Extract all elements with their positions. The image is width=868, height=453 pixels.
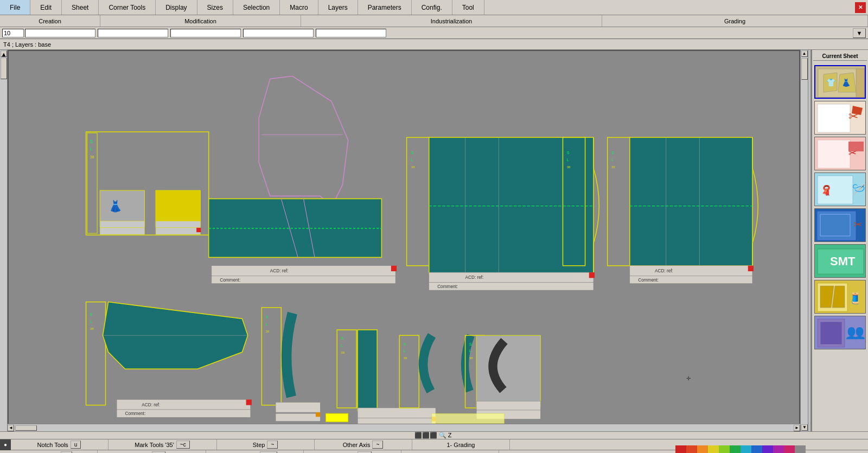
- svg-text:38: 38: [266, 329, 270, 333]
- sheet-thumb-2[interactable]: ✂: [814, 101, 866, 135]
- menu-layers[interactable]: Layers: [318, 0, 358, 15]
- svg-text:S: S: [341, 336, 343, 341]
- step-btn[interactable]: ~: [267, 441, 278, 449]
- svg-rect-37: [589, 272, 595, 278]
- svg-text:38: 38: [90, 327, 94, 330]
- svg-rect-60: [246, 399, 252, 405]
- svg-rect-67: [276, 403, 320, 413]
- sheet-thumb-3[interactable]: ✂: [814, 137, 866, 170]
- step-section: Step ~: [217, 439, 315, 450]
- grading-section: Grading: [602, 15, 868, 27]
- sheet-thumb-5[interactable]: ✂: [814, 208, 866, 242]
- menu-parameters[interactable]: Parameters: [358, 0, 412, 15]
- user-arrangement-section: User Arrangement: [401, 450, 499, 453]
- scroll-up-right[interactable]: ▲: [801, 50, 808, 57]
- close-icon[interactable]: ✕: [855, 2, 866, 13]
- sheet-thumb-1[interactable]: 👕 👗: [814, 65, 866, 99]
- svg-rect-89: [432, 413, 505, 424]
- canvas-area[interactable]: ▲ S L 38 👗: [0, 50, 808, 431]
- mark-tools-btn[interactable]: ~c: [176, 441, 190, 449]
- menu-macro[interactable]: Macro: [280, 0, 318, 15]
- left-scrollbar[interactable]: ▲: [0, 50, 8, 431]
- tool-field-5[interactable]: [316, 29, 386, 37]
- svg-text:38: 38: [567, 165, 571, 169]
- svg-rect-58: [117, 399, 251, 410]
- sheet-thumb-4[interactable]: 🪡 🧣: [814, 173, 866, 206]
- sheet-thumb-6[interactable]: SMT: [814, 244, 866, 278]
- svg-rect-40: [608, 137, 630, 265]
- svg-text:👗: 👗: [841, 78, 851, 87]
- svg-text:ACD:   ref:: ACD: ref:: [270, 269, 289, 273]
- svg-rect-7: [100, 221, 144, 228]
- menu-sheet[interactable]: Sheet: [62, 0, 99, 15]
- svg-rect-48: [630, 266, 752, 276]
- scroll-up-button[interactable]: ▲: [1, 50, 7, 57]
- svg-rect-70: [337, 330, 356, 408]
- pattern-svg: S L 38 👗: [9, 51, 799, 430]
- tool-field-1[interactable]: [25, 29, 95, 37]
- mark-tools-section: Mark Tools '35' ~c: [108, 439, 217, 450]
- svg-rect-97: [818, 104, 850, 132]
- svg-rect-11: [156, 228, 200, 234]
- svg-text:S: S: [266, 315, 269, 320]
- right-panel: Current Sheet 👕 👗 ✂: [811, 50, 868, 431]
- creation-section: Creation: [0, 15, 100, 27]
- tool-field-4[interactable]: [243, 29, 314, 37]
- menu-config[interactable]: Config.: [412, 0, 452, 15]
- svg-text:S: S: [90, 312, 93, 317]
- notch-tools-btn[interactable]: u: [71, 441, 81, 449]
- svg-rect-35: [429, 272, 593, 283]
- menu-edit[interactable]: Edit: [30, 0, 62, 15]
- scroll-right[interactable]: ►: [794, 425, 800, 431]
- top-menu-bar: File Edit Sheet Corner Tools Display Siz…: [0, 0, 868, 15]
- canvas-drawing-area[interactable]: S L 38 👗: [8, 50, 800, 431]
- bottom-icon[interactable]: ●: [0, 439, 11, 450]
- menu-file[interactable]: File: [0, 0, 30, 15]
- bottom-scrollbar[interactable]: ◄ ►: [8, 424, 800, 431]
- industrialization-section: Industrialization: [301, 15, 602, 27]
- scroll-left[interactable]: ◄: [8, 425, 14, 431]
- sheet-thumb-8[interactable]: 👤 👤: [814, 316, 866, 349]
- svg-text:S: S: [411, 150, 414, 155]
- tool-input-main[interactable]: [2, 29, 24, 37]
- svg-text:ACD:   ref:: ACD: ref:: [142, 403, 160, 407]
- print-section: Print ~c: [98, 450, 206, 453]
- svg-text:S: S: [469, 342, 472, 347]
- svg-text:S: S: [567, 150, 570, 155]
- expand-icon[interactable]: ⬛⬛⬛ 🔍 Z: [414, 432, 454, 439]
- menu-selection[interactable]: Selection: [233, 0, 280, 15]
- scroll-thumb-h[interactable]: [15, 425, 37, 431]
- right-scrollbar[interactable]: ▲ ▼: [800, 50, 808, 431]
- svg-rect-18: [212, 266, 395, 276]
- svg-text:S: S: [611, 150, 614, 155]
- svg-rect-8: [100, 228, 144, 234]
- svg-rect-68: [276, 413, 320, 421]
- menu-sizes[interactable]: Sizes: [197, 0, 233, 15]
- svg-rect-50: [748, 266, 754, 271]
- current-sheet-label: Current Sheet: [813, 52, 867, 61]
- scroll-thumb-v[interactable]: [1, 58, 7, 79]
- menu-tool[interactable]: Tool: [452, 0, 484, 15]
- info-bar: T4 ; Layers : base: [0, 39, 868, 50]
- scroll-thumb-right[interactable]: [801, 58, 808, 80]
- svg-rect-20: [391, 266, 397, 271]
- tool-field-3[interactable]: [170, 29, 241, 37]
- svg-text:L: L: [567, 157, 569, 162]
- menu-display[interactable]: Display: [156, 0, 197, 15]
- other-axis-btn[interactable]: ~: [372, 441, 383, 449]
- grading-section-bottom: 1- Grading: [412, 439, 510, 450]
- tool-field-2[interactable]: [98, 29, 168, 37]
- scroll-down-right[interactable]: ▼: [801, 424, 808, 431]
- svg-text:👗: 👗: [108, 199, 123, 213]
- zoom-icon[interactable]: 🔍 Z: [439, 432, 452, 439]
- menu-corner-tools[interactable]: Corner Tools: [99, 0, 156, 15]
- svg-rect-86: [476, 335, 540, 407]
- tool-icon-1[interactable]: ▼: [853, 28, 866, 38]
- sheet-thumb-7[interactable]: 🧵: [814, 280, 866, 314]
- svg-rect-87: [476, 401, 540, 410]
- svg-rect-23: [407, 137, 429, 265]
- svg-text:L: L: [90, 319, 92, 324]
- svg-text:🧵: 🧵: [848, 292, 862, 305]
- svg-text:ACD:   ref:: ACD: ref:: [655, 269, 673, 273]
- svg-text:L: L: [403, 348, 405, 353]
